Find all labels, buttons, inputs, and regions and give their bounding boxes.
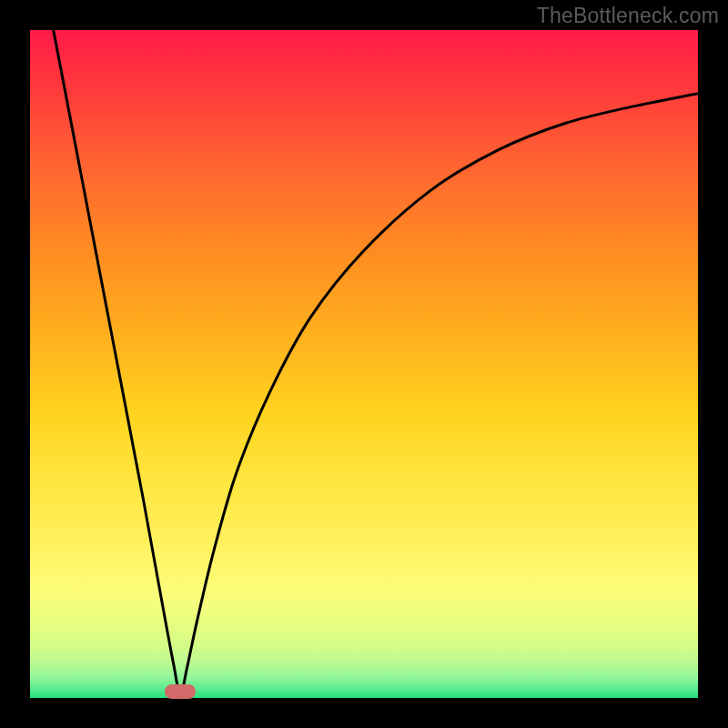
- plot-area: [30, 30, 698, 698]
- curve-path: [54, 30, 698, 694]
- optimum-marker: [165, 684, 196, 699]
- watermark-text: TheBottleneck.com: [537, 4, 719, 28]
- chart-frame: TheBottleneck.com: [0, 0, 728, 728]
- bottleneck-curve: [30, 30, 698, 698]
